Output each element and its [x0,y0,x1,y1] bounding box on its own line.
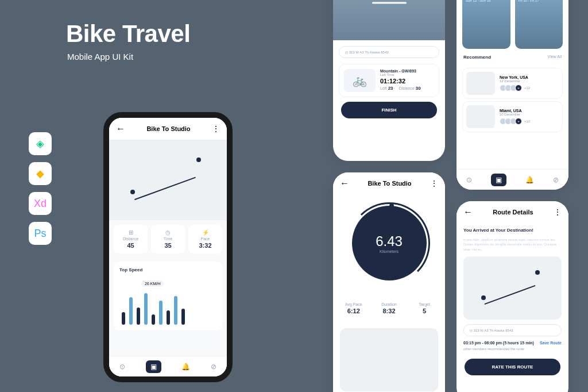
speed-chart: Top Speed 26 KM/H [114,262,222,330]
add-icon[interactable]: + [515,84,522,91]
recommendation-msg: other members recommended the route [457,347,568,354]
arrived-heading: You Arrived at Your Destination! [457,223,568,237]
pace-value: 3:32 [191,242,220,249]
pace-icon: ⚡ [191,229,220,236]
route-map[interactable] [463,256,562,320]
recommend-header: Recommend [463,55,491,60]
time-value: 35 [153,242,183,249]
distance-icon: ⊞ [116,229,145,236]
sketch-icon: ◆ [29,162,52,185]
bike-card: 🚲 Mountain - GW/893 Left Time 01:12:32 L… [339,64,439,97]
rec-card[interactable]: Miami, USA 10 December ++12 [462,101,563,132]
distance-gauge: 6.43 Kilometers [352,206,427,280]
hero-title: Bike Travel [66,20,190,48]
bike-hero-image [333,0,445,40]
pace-label: Pace [191,237,220,241]
location-pill: ◎ 313 W A3 Th Alaska 8543 [463,324,562,336]
tool-icons: ◈ ◆ Xd Ps [29,132,52,245]
add-icon[interactable]: + [515,118,522,125]
back-icon[interactable]: ← [340,178,349,189]
phone-main: ← Bike To Studio ⋮ ⊞ Distance 45 ◷ Time … [103,112,233,382]
target-stat: Target 5 [408,297,440,319]
timer-label: Left Time [380,73,434,76]
bar [129,297,133,325]
menu-icon[interactable]: ⋮ [212,124,220,133]
end-pin-icon [196,157,201,162]
distance-stat[interactable]: ⊞ Distance 45 [114,225,148,253]
page-title: Bike To Studio [368,180,411,187]
menu-icon[interactable]: ⋮ [554,207,562,217]
speed-badge: 26 KM/H [141,280,164,287]
bottom-nav: ⊙ ▣ 🔔 ⊘ [109,356,227,376]
nav-bell-icon[interactable]: 🔔 [525,176,534,184]
avgpace-stat: Avg Pace 6:12 [338,297,370,319]
trip-tile-ny[interactable]: New York, USA Sun 12 - Sun 18 [462,0,510,49]
nav-bell-icon[interactable]: 🔔 [181,363,190,371]
bar [122,312,125,325]
ps-icon: Ps [29,222,52,245]
time-icon: ◷ [153,229,183,236]
phone-route: ← Route Details ⋮ You Arrived at Your De… [457,201,568,392]
map-preview[interactable] [340,328,438,391]
phone-ride: ◎ 313 W A3 Th Alaska 8543 🚲 Mountain - G… [333,0,445,161]
bike-name: Mountain - GW/893 [380,69,434,73]
chart-bars [119,290,216,325]
gauge-unit: Kilometers [380,249,399,253]
xd-icon: Xd [29,192,52,215]
bottom-nav: ⊙ ▣ 🔔 ⊘ [457,169,568,190]
bike-thumb-icon: 🚲 [344,69,376,92]
bar [144,293,148,325]
save-route-link[interactable]: Save Route [540,341,562,345]
bar [167,310,170,325]
bar [137,308,140,325]
phone-trips: ← Near Trip ⋮ Popular Near Long Distance… [457,0,568,190]
timer-value: 01:12:32 [380,78,434,84]
bar [174,296,177,325]
chart-title: Top Speed [119,267,216,272]
menu-icon[interactable]: ⋮ [430,179,438,188]
stats-row: ⊞ Distance 45 ◷ Time 35 ⚡ Pace 3:32 [109,220,227,258]
end-pin-icon [535,270,540,275]
back-icon[interactable]: ← [463,207,473,217]
rec-card[interactable]: New York, USA 12 December ++12 [462,68,563,99]
bar [159,301,163,325]
start-pin-icon [481,295,486,300]
page-title: Route Details [493,209,533,216]
nav-compass-icon[interactable]: ⊙ [119,363,125,371]
duration-stat: Duration 8:32 [373,297,405,319]
nav-activity-icon[interactable]: ▣ [491,174,506,186]
back-icon[interactable]: ← [116,124,125,134]
hero-subtitle: Mobile App UI Kit [67,52,133,62]
trip-tile-miami[interactable]: Miami, USA Fri 10 - Fri 17 [515,0,563,49]
rec-map-thumb [466,72,495,95]
figma-icon: ◈ [29,132,52,155]
time-range: 03:15 pm - 06:00 pm (5 hours 15 min) [463,341,534,345]
start-pin-icon [130,190,135,194]
bar [152,314,155,325]
rate-route-button[interactable]: RATE THIS ROUTE [465,359,560,375]
location-pill[interactable]: ◎ 313 W A3 Th Alaska 8543 [339,46,439,58]
time-label: Time [153,237,183,241]
nav-user-icon[interactable]: ⊘ [211,363,216,371]
route-description: In est nibh, dapibus pharetra neque eget… [457,237,568,252]
page-title: Bike To Studio [146,125,190,132]
time-stat[interactable]: ◷ Time 35 [151,225,185,253]
gauge-value: 6.43 [376,233,403,249]
view-all-link[interactable]: View All [548,55,562,60]
distance-label: Distance [116,237,145,241]
bar [181,309,185,325]
rec-map-thumb [466,105,495,128]
phone-gauge: ← Bike To Studio ⋮ 6.43 Kilometers Avg P… [333,172,445,392]
pace-stat[interactable]: ⚡ Pace 3:32 [188,225,222,253]
finish-button[interactable]: FINISH [341,102,437,118]
nav-activity-icon[interactable]: ▣ [146,360,161,373]
map-view[interactable] [109,140,227,220]
nav-compass-icon[interactable]: ⊙ [466,176,472,184]
distance-value: 45 [116,242,145,249]
nav-user-icon[interactable]: ⊘ [553,176,559,184]
